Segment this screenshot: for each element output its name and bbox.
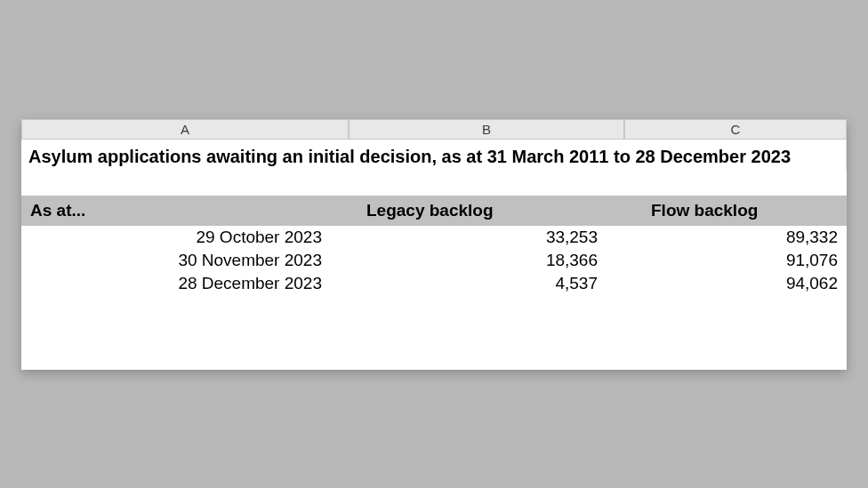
empty-row[interactable] bbox=[21, 171, 847, 196]
subheader-legacy-backlog[interactable]: Legacy backlog bbox=[349, 196, 624, 226]
sub-header-row: As at... Legacy backlog Flow backlog bbox=[21, 196, 847, 226]
subheader-as-at[interactable]: As at... bbox=[21, 196, 349, 226]
title-cell[interactable]: Asylum applications awaiting an initial … bbox=[21, 140, 847, 171]
column-header-a[interactable]: A bbox=[21, 119, 349, 140]
cell-legacy[interactable]: 33,253 bbox=[349, 226, 624, 249]
data-area: 29 October 2023 33,253 89,332 30 Novembe… bbox=[21, 226, 847, 370]
spreadsheet-container: A B C Asylum applications awaiting an in… bbox=[21, 119, 847, 370]
cell-legacy[interactable]: 18,366 bbox=[349, 249, 624, 272]
cell-date[interactable]: 30 November 2023 bbox=[21, 249, 349, 272]
cell-flow[interactable]: 89,332 bbox=[624, 226, 847, 249]
subheader-flow-backlog[interactable]: Flow backlog bbox=[624, 196, 847, 226]
column-header-c[interactable]: C bbox=[624, 119, 847, 140]
table-row: 29 October 2023 33,253 89,332 bbox=[21, 226, 847, 249]
column-header-row: A B C bbox=[21, 119, 847, 140]
column-header-b[interactable]: B bbox=[349, 119, 624, 140]
cell-flow[interactable]: 91,076 bbox=[624, 249, 847, 272]
cell-date[interactable]: 28 December 2023 bbox=[21, 272, 349, 295]
cell-legacy[interactable]: 4,537 bbox=[349, 272, 624, 295]
table-row: 30 November 2023 18,366 91,076 bbox=[21, 249, 847, 272]
table-row: 28 December 2023 4,537 94,062 bbox=[21, 272, 847, 295]
cell-date[interactable]: 29 October 2023 bbox=[21, 226, 349, 249]
cell-flow[interactable]: 94,062 bbox=[624, 272, 847, 295]
